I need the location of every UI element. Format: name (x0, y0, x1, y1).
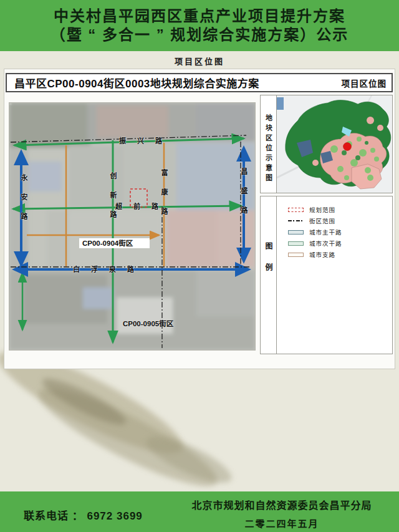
legend-item-secondary-road: 城市次干路 (288, 241, 392, 246)
contact-phone: 联系电话 ： 6972 3699 (24, 507, 143, 523)
header-title-line1: 中关村昌平园西区重点产业项目提升方案 (54, 8, 345, 24)
public-notice-page: 中关村昌平园西区重点产业项目提升方案 （暨 “ 多合一 ” 规划综合实施方案）公… (0, 0, 399, 532)
block-scope-swatch (288, 220, 304, 221)
road-label-chuangxin: 创新路 (109, 172, 116, 230)
legend-item-label: 城市支路 (309, 250, 335, 259)
header-title-line2: （暨 “ 多合一 ” 规划综合实施方案）公示 (50, 27, 349, 43)
legend-title: 图例 (263, 242, 274, 284)
plan-scope-swatch (288, 208, 304, 212)
legend-item-block-scope: 街区范围 (288, 218, 392, 223)
footer-banner: 联系电话 ： 6972 3699 北京市规划和自然资源委员会昌平分局 二零二四年… (0, 491, 399, 532)
section-label: 项目区位图 (0, 55, 399, 67)
legend-item-main-road: 城市主干路 (288, 230, 392, 235)
legend-item-label: 规划范围 (309, 205, 335, 214)
road-label-baifuquan: 白浮泉路 (73, 266, 145, 273)
legend-item-plan-scope: 规划范围 (288, 207, 392, 212)
plan-title: 昌平区CP00-0904街区0003地块规划综合实施方案 (14, 75, 259, 90)
block-label-cp00-0904: CP00-0904街区 (79, 238, 150, 248)
legend-box: 图例 规划范围 街区范围 城市主干路 城市次干路 城市支路 (260, 196, 393, 354)
satellite-plan-map: 振兴路 超前路 白浮泉路 永安路 创新路 富康路 昌盛路 CP00-0904街区… (9, 102, 256, 351)
plan-title-corner-label: 项目区位图 (342, 77, 387, 89)
site-location-dot (344, 143, 352, 151)
road-label-zhenxing: 振兴路 (119, 138, 173, 145)
issuer-organization: 北京市规划和自然资源委员会昌平分局 (176, 497, 388, 512)
legend-list: 规划范围 街区范围 城市主干路 城市次干路 城市支路 (277, 196, 392, 354)
plan-title-bar: 昌平区CP00-0904街区0003地块规划综合实施方案 项目区位图 (6, 73, 393, 92)
location-map-title-column: 地块区位示意图 (261, 95, 277, 193)
district-mini-map (277, 95, 392, 193)
issuer-block: 北京市规划和自然资源委员会昌平分局 二零二四年五月 (176, 497, 388, 530)
header-banner: 中关村昌平园西区重点产业项目提升方案 （暨 “ 多合一 ” 规划综合实施方案）公… (0, 0, 399, 51)
block-label-cp00-0905: CP00-0905街区 (123, 319, 173, 328)
legend-item-branch-road: 城市支路 (288, 252, 392, 257)
secondary-road-swatch (288, 241, 304, 246)
branch-road-swatch (288, 253, 304, 257)
legend-item-label: 街区范围 (309, 216, 335, 225)
location-map-box: 地块区位示意图 (260, 95, 393, 193)
road-label-changsheng: 昌盛路 (240, 168, 247, 226)
legend-title-column: 图例 (261, 196, 277, 354)
issue-date: 二零二四年五月 (176, 516, 388, 530)
road-label-fukang: 富康路 (160, 169, 167, 227)
legend-item-label: 城市次干路 (309, 239, 342, 248)
location-map-title: 地块区位示意图 (264, 114, 274, 184)
main-road-swatch (288, 230, 304, 235)
road-label-yongan: 永安路 (20, 174, 27, 232)
district-map-graphic (277, 95, 392, 193)
legend-item-label: 城市主干路 (309, 228, 342, 236)
